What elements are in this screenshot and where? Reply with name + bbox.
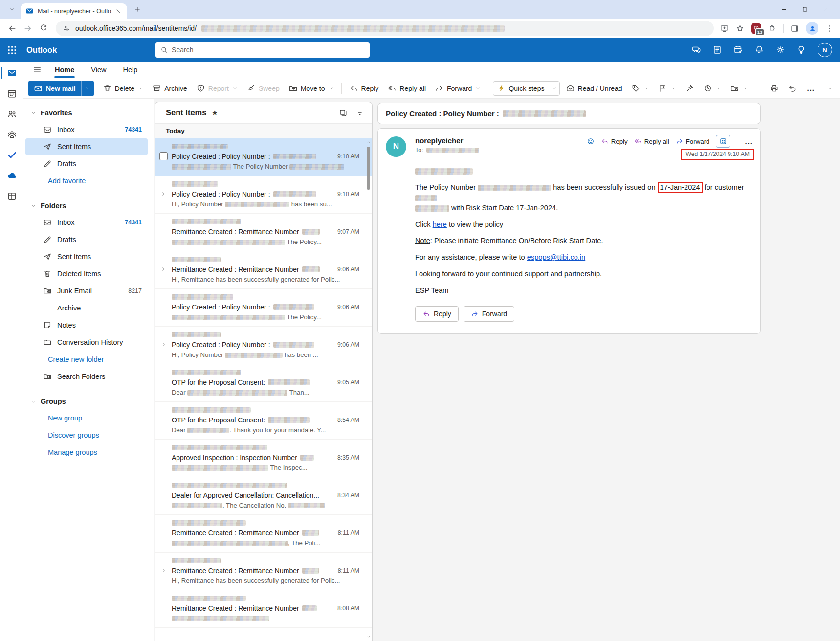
list-item[interactable]: Remittance Created : Remittance Number8:… [155,553,372,590]
browser-tab[interactable]: Mail - noreplyeicher - Outlook [21,3,127,19]
notifications-bell-icon[interactable] [754,45,764,55]
maximize-icon[interactable] [802,6,808,13]
folder-item-inbox[interactable]: Inbox74341 [25,214,148,231]
new-tab-button[interactable] [131,3,144,16]
list-item[interactable]: Dealer for Approved Cancellation: Cancel… [155,477,372,515]
folders-section-header[interactable]: Folders [23,198,154,214]
folder-pane-toggle[interactable] [28,63,46,77]
print-button[interactable] [766,81,783,96]
settings-gear-icon[interactable] [775,45,785,55]
row-checkbox[interactable] [159,152,168,160]
view-policy-link[interactable]: here [433,221,447,228]
message-more-button[interactable]: ... [744,137,753,146]
forward-button[interactable] [22,22,34,35]
message-reply-all-button[interactable]: Reply all [634,137,669,145]
tab-view[interactable]: View [90,63,107,77]
chat-icon[interactable] [691,45,701,55]
list-item[interactable]: Remittance Created : Remittance Number8:… [155,515,372,553]
scroll-up-icon[interactable] [366,140,371,145]
groups-section-header[interactable]: Groups [23,393,154,410]
archive-button[interactable]: Archive [148,81,191,96]
list-item[interactable]: OTP for the Proposal Consent:8:54 AMDear… [155,402,372,440]
account-avatar[interactable]: N [818,43,832,57]
folder-item-archive[interactable]: Archive [25,300,148,316]
reload-button[interactable] [37,22,50,35]
new-group-link[interactable]: New group [23,410,154,426]
forward-button[interactable]: Forward [431,81,485,96]
folder-item-drafts[interactable]: Drafts [25,231,148,248]
expand-chevron-icon[interactable] [160,191,167,197]
folder-item-conversation-history[interactable]: Conversation History [25,334,148,351]
tips-lightbulb-icon[interactable] [796,45,806,55]
tab-help[interactable]: Help [122,63,138,77]
footer-reply-button[interactable]: Reply [415,306,459,322]
more-commands-button[interactable]: ... [802,84,819,92]
scroll-down-icon[interactable] [366,634,371,639]
create-new-folder-link[interactable]: Create new folder [23,351,154,368]
expand-chevron-icon[interactable] [160,266,167,272]
quick-steps-button[interactable]: Quick steps [493,81,559,96]
message-apps-button[interactable] [716,135,730,148]
scrollbar-thumb[interactable] [367,147,370,190]
minimize-icon[interactable] [781,6,787,13]
search-box[interactable] [155,42,370,58]
list-scrollbar[interactable] [365,138,372,641]
list-item[interactable]: Remittance Created : Remittance Number9:… [155,251,372,289]
new-mail-dropdown[interactable] [81,81,94,96]
favorite-star-icon[interactable] [211,109,218,117]
extensions-puzzle-icon[interactable] [768,24,777,33]
new-mail-button[interactable]: New mail [28,81,94,96]
reply-all-button[interactable]: Reply all [383,81,430,96]
install-app-icon[interactable] [720,24,729,33]
search-input[interactable] [172,46,365,54]
favorite-item-sent-items[interactable]: Sent Items [25,138,148,155]
site-info-icon[interactable] [63,24,70,32]
favorite-item-inbox[interactable]: Inbox74341 [25,121,148,138]
folder-item-deleted-items[interactable]: Deleted Items [25,265,148,282]
move-to-button[interactable]: Move to [285,81,338,96]
browser-profile-avatar[interactable] [806,22,818,35]
rail-todo-button[interactable] [0,145,23,165]
categorize-button[interactable] [627,81,653,96]
list-item[interactable]: Policy Created : Policy Number :9:06 AMH… [155,327,372,364]
address-bar[interactable]: outlook.office365.com/mail/sentitems/id/ [56,21,714,36]
read-unread-button[interactable]: Read / Unread [562,81,626,96]
side-panel-icon[interactable] [790,24,799,33]
favorites-section-header[interactable]: Favorites [23,105,154,121]
list-item[interactable]: Remittance Created : Remittance Number8:… [155,590,372,628]
my-day-icon[interactable] [733,45,743,55]
list-item[interactable]: Remittance Created : Remittance Number9:… [155,214,372,251]
footer-forward-button[interactable]: Forward [464,306,514,322]
message-forward-button[interactable]: Forward [676,137,710,145]
tab-search-button[interactable] [5,2,19,16]
bookmark-star-icon[interactable] [735,24,745,33]
rail-groups-button[interactable] [0,124,23,145]
app-launcher-button[interactable] [0,38,23,62]
folder-item-notes[interactable]: Notes [25,317,148,333]
list-item[interactable]: Approved Inspection : Inspection Number8… [155,440,372,477]
discover-groups-link[interactable]: Discover groups [23,427,154,443]
browser-menu-icon[interactable] [825,24,834,33]
rail-apps-button[interactable] [0,186,23,206]
list-item[interactable]: Policy Created : Policy Number :9:10 AM … [155,138,372,176]
undo-button[interactable] [784,81,801,96]
tab-home[interactable]: Home [54,63,75,77]
quick-steps-dropdown[interactable] [549,82,559,95]
folder-item-junk-email[interactable]: Junk Email8217 [25,283,148,299]
reactions-button[interactable] [587,137,595,145]
select-messages-icon[interactable] [339,109,348,117]
expand-chevron-icon[interactable] [160,341,167,348]
reply-button[interactable]: Reply [345,81,383,96]
delete-button[interactable]: Delete [99,81,147,96]
list-item[interactable]: Policy Created : Policy Number :9:10 AMH… [155,176,372,214]
message-reply-button[interactable]: Reply [601,137,628,145]
flag-button[interactable] [654,81,680,96]
rules-button[interactable] [726,81,752,96]
folder-item-search-folders[interactable]: Search Folders [25,368,148,385]
feed-icon[interactable] [712,45,722,55]
add-favorite-link[interactable]: Add favorite [23,173,154,189]
support-email-link[interactable]: espops@ttibi.co.in [527,253,585,261]
rail-onedrive-button[interactable] [0,165,23,186]
collapse-ribbon-icon[interactable] [827,86,833,91]
folder-item-sent-items[interactable]: Sent Items [25,248,148,265]
